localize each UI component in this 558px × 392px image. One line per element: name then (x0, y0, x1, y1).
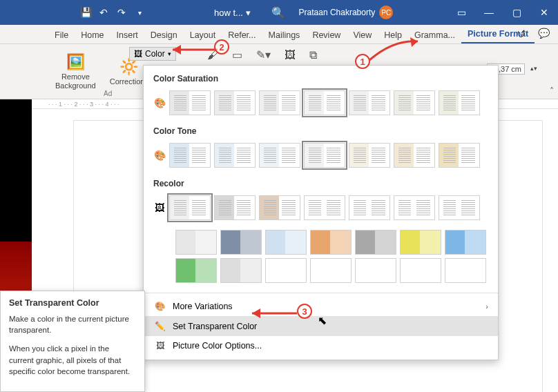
recolor-palette-icon: 🖼 (153, 202, 166, 214)
recolor-preset[interactable] (439, 195, 480, 220)
mouse-cursor: ⬉ (318, 314, 327, 327)
saturation-preset[interactable] (169, 90, 211, 115)
saturation-preset[interactable] (349, 90, 390, 115)
comments-icon[interactable]: 💬 (538, 28, 550, 39)
collapse-ribbon-icon[interactable]: ˄ (550, 86, 554, 96)
svg-marker-0 (410, 37, 418, 47)
tooltip-paragraph-1: Make a color in the current picture tran… (9, 313, 136, 336)
picture-border-icon[interactable]: ✎▾ (256, 48, 271, 61)
undo-icon[interactable]: ↶ (98, 7, 109, 18)
remove-bg-icon: 🖼️ (66, 53, 85, 71)
ribbon-display-options-icon[interactable]: ▭ (448, 0, 475, 25)
svg-marker-2 (252, 308, 260, 318)
recolor-preset[interactable] (349, 195, 390, 220)
ribbon-tabbar: File Home Insert Design Layout Refer... … (0, 25, 558, 44)
more-variations-icon: 🎨 (155, 301, 166, 311)
saturation-preset[interactable] (214, 90, 256, 115)
tooltip-title: Set Transparent Color (9, 298, 136, 308)
tone-preset[interactable] (169, 143, 211, 168)
annotation-3: 3 (297, 304, 312, 319)
recolor-preset[interactable] (445, 230, 486, 255)
adjust-group-label: Ad (104, 90, 112, 97)
saturation-preset[interactable] (439, 90, 480, 115)
tone-palette-icon: 🎨 (153, 149, 166, 161)
recolor-preset[interactable] (265, 230, 307, 255)
recolor-preset[interactable] (445, 258, 486, 283)
tooltip-paragraph-2: When you click a pixel in the current gr… (9, 343, 136, 378)
recolor-preset[interactable] (310, 258, 352, 283)
tone-preset[interactable] (394, 143, 435, 168)
search-icon[interactable]: 🔍 (271, 6, 285, 19)
document-title[interactable]: how t... ▾ (214, 8, 251, 18)
recolor-preset[interactable] (304, 195, 345, 220)
picture-color-options-item[interactable]: 🖼 Picture Color Options... (144, 336, 498, 355)
section-color-tone: Color Tone (144, 122, 498, 140)
share-icon[interactable]: ⮍ (516, 28, 526, 39)
set-transparent-icon: ✏️ (155, 321, 166, 331)
recolor-preset[interactable] (175, 230, 217, 255)
recolor-preset[interactable] (400, 258, 441, 283)
tab-references[interactable]: Refer... (222, 27, 262, 43)
more-variations-item[interactable]: 🎨 More Variations › (144, 296, 498, 316)
saturation-preset[interactable] (304, 90, 345, 115)
tooltip-set-transparent-color: Set Transparent Color Make a color in th… (0, 291, 145, 392)
tone-preset[interactable] (259, 143, 300, 168)
more-variations-label: More Variations (173, 302, 233, 311)
qat-customize-icon[interactable]: ▾ (134, 7, 145, 18)
remove-background-button[interactable]: 🖼️ Remove Background (48, 50, 103, 92)
recolor-preset[interactable] (175, 258, 217, 283)
arrange-icon[interactable]: ⧉ (309, 49, 317, 61)
avatar: PC (379, 6, 393, 19)
saturation-palette-icon: 🎨 (153, 97, 166, 109)
saturation-preset[interactable] (394, 90, 435, 115)
recolor-preset[interactable] (355, 230, 396, 255)
recolor-preset[interactable] (310, 230, 352, 255)
redo-icon[interactable]: ↷ (116, 7, 127, 18)
save-icon[interactable]: 💾 (80, 7, 91, 18)
color-label: Color (145, 49, 165, 59)
annotation-2: 2 (214, 39, 229, 55)
recolor-preset[interactable] (265, 258, 307, 283)
recolor-preset[interactable] (214, 195, 256, 220)
annotation-1: 1 (355, 54, 370, 69)
maximize-icon[interactable]: ▢ (503, 0, 530, 25)
picture-color-options-label: Picture Color Options... (173, 341, 262, 351)
tone-preset[interactable] (439, 143, 480, 168)
alt-text-icon[interactable]: 🖼 (285, 49, 296, 61)
remove-bg-label: Remove Background (55, 72, 96, 90)
recolor-preset[interactable] (400, 230, 441, 255)
recolor-preset[interactable] (259, 195, 300, 220)
set-transparent-label: Set Transparent Color (173, 322, 257, 331)
svg-marker-1 (173, 45, 181, 55)
tab-file[interactable]: File (48, 27, 75, 43)
tab-home[interactable]: Home (75, 27, 110, 43)
picture-styles-icon[interactable]: ▭ (232, 48, 242, 61)
chevron-right-icon: › (485, 302, 488, 311)
recolor-preset[interactable] (394, 195, 435, 220)
recolor-preset[interactable] (169, 195, 211, 220)
tab-mailings[interactable]: Mailings (262, 27, 307, 43)
spinner-icon[interactable]: ▴▾ (530, 66, 537, 71)
user-name: Prataan Chakraborty (299, 8, 376, 17)
tone-preset[interactable] (349, 143, 390, 168)
titlebar: 💾 ↶ ↷ ▾ how t... ▾ 🔍 Prataan Chakraborty… (0, 0, 558, 25)
close-icon[interactable]: ✕ (530, 0, 558, 25)
tone-preset[interactable] (304, 143, 345, 168)
picture-color-options-icon: 🖼 (155, 341, 166, 351)
recolor-preset[interactable] (355, 258, 396, 283)
tab-insert[interactable]: Insert (110, 27, 144, 43)
section-color-saturation: Color Saturation (144, 70, 498, 88)
tab-review[interactable]: Review (306, 27, 347, 43)
user-account[interactable]: Prataan Chakraborty PC (299, 6, 394, 19)
minimize-icon[interactable]: — (475, 0, 503, 25)
saturation-preset[interactable] (259, 90, 300, 115)
section-recolor: Recolor (144, 175, 498, 193)
recolor-preset[interactable] (220, 230, 262, 255)
tone-preset[interactable] (214, 143, 256, 168)
color-icon: 🖼 (134, 49, 142, 59)
recolor-preset[interactable] (220, 258, 262, 283)
